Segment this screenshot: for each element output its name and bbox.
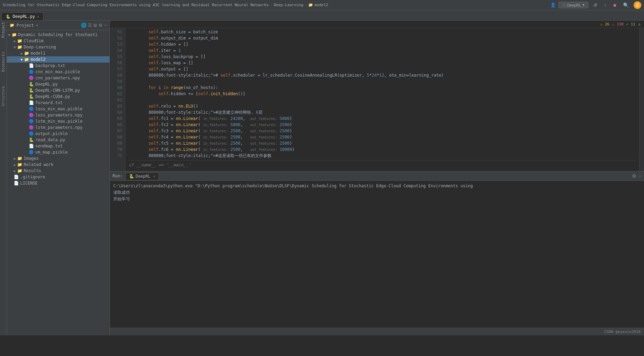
tree-item-deep-learning[interactable]: ▼ 📁 Deep-Learning [7,44,110,50]
run-minus-button[interactable]: − [639,173,641,179]
tree-item-cloudsim[interactable]: ▶ 📁 CloudSim [7,38,110,44]
tree-item-cnn-pickle[interactable]: 🔵 cnn_min_max.pickle [7,69,110,75]
breadcrumb: Scheduling for Stochastic Edge-Cloud Com… [3,3,548,7]
tree-item-sendmap[interactable]: 📄 sendmap.txt [7,143,110,149]
line-number: 60 [110,85,122,91]
line-number: 63 [110,103,122,109]
sidebar-gear-button[interactable]: ⚙ [99,23,103,28]
pickle-icon-2: 🔵 [29,107,34,111]
tree-item-gitignore[interactable]: 📄 .gitignore [7,174,110,180]
model1-folder-icon: 📁 [24,51,29,56]
tree-item-lstm-npy[interactable]: 🟣 lstm_parameters.npy [7,124,110,131]
line-number: 68 [110,134,122,140]
run-tab-close-icon[interactable]: ✕ [153,174,155,178]
code-line: self.fc1 = nn.Linear( in_features: 24200… [129,115,636,122]
images-folder-icon: 📁 [17,156,22,161]
tree-item-model1[interactable]: ▶ 📁 model1 [7,50,110,56]
root-folder-icon: 📁 [12,32,17,37]
project-label: Project [16,23,34,28]
tree-item-results[interactable]: ▶ 📁 Results [7,168,110,174]
python-file-icon: 🐍 [6,14,11,19]
tree-item-deeprl-cuda[interactable]: 🐍 DeepRL-CUDA.py [7,93,110,100]
scrollbar-gutter[interactable] [639,28,644,171]
code-line: self.relu = nn.ELU() [129,103,636,109]
code-line [129,78,636,85]
run-toolbar: ⚙ − [632,173,641,179]
branch-icon: ⬡ [562,3,566,7]
code-editor[interactable]: self.batch_size = batch_size self.output… [125,28,639,171]
close-tab-icon[interactable]: ✕ [37,15,39,19]
deeprl-cuda-label: DeepRL-CUDA.py [35,94,70,99]
forward-label: forward.txt [35,100,62,105]
deep-learning-label: Deep-Learning [24,45,56,49]
stop-button[interactable]: ■ [611,2,618,9]
code-line [129,97,636,103]
collapse-button[interactable]: ∧ [638,22,641,27]
txt-icon-2: 📄 [29,100,34,105]
sidebar-list-button[interactable]: ☰ [88,23,92,28]
tree-item-loss-npy[interactable]: 🟣 loss_parameters.npy [7,112,110,118]
tree-item-license[interactable]: 📄 LICENSE [7,180,110,186]
search-button[interactable]: 🔍 [621,2,631,9]
tree-root[interactable]: ▼ 📁 Dynamic Scheduling for Stochasti [7,32,110,38]
line-number: 54 [110,47,122,54]
tree-item-model2[interactable]: ▼ 📁 model2 [7,56,110,63]
line-number: 53 [110,41,122,47]
tree-item-read-data[interactable]: 🐍 read_data.py [7,137,110,143]
tree-item-output-pickle[interactable]: 🔵 output.pickle [7,131,110,137]
tree-item-deeprl-py[interactable]: 🐍 DeepRL.py [7,81,110,87]
avatar[interactable]: Z [634,1,641,9]
cloudsim-folder-icon: 📁 [17,38,22,43]
line-number: 51 [110,29,122,35]
sidebar-minus-button[interactable]: − [104,23,107,28]
deeprl-branch-button[interactable]: ⬡ DeepRL ▾ [559,2,588,8]
run-tab-deeprl[interactable]: 🐍 DeepRL ✕ [125,173,159,180]
code-line: for i in range(no_of_hosts): [129,85,636,91]
dropdown-arrow-icon: ▾ [36,23,38,28]
expand-arrow-icon: ▼ [8,33,10,37]
py-icon-3: 🐍 [29,94,34,99]
update-button[interactable]: ↑ [602,2,609,9]
tree-item-related-work[interactable]: ▶ 📁 Related work [7,162,110,168]
gitignore-label: .gitignore [20,175,45,179]
sidebar-cols-button[interactable]: ⊞ [93,23,97,28]
bookmarks-panel-label[interactable]: Bookmarks [1,52,5,72]
deeprl-cnn-label: DeepRL-CNN-LSTM.py [35,88,80,93]
tree-item-cnn-npy[interactable]: 🟣 cnn_parameters.npy [7,75,110,81]
model2-label: model2 [31,57,45,62]
line-numbers: 5152535455565758596061626364656667686970… [110,28,125,171]
statusbar-text: CSDN @eyexin2018 [604,330,641,334]
py-icon: 🐍 [29,82,34,87]
code-line: 808080;font-style:italic;">#这里读取一些已有的文件参… [129,153,636,159]
tree-item-lstm-pickle[interactable]: 🔵 lstm_min_max.pickle [7,118,110,124]
line-number: 64 [110,109,122,115]
structure-panel-label[interactable]: Structure [1,86,5,107]
project-panel-label[interactable]: Project [1,22,5,38]
npy-icon: 🟣 [29,76,34,80]
ok-count: ✓ 11 [626,22,635,26]
pickle-icon: 🔵 [29,69,34,74]
tab-deeprl[interactable]: 🐍 DeepRL.py ✕ [1,12,44,20]
refresh-button[interactable]: ↺ [591,2,599,9]
sidebar-globe-button[interactable]: 🌐 [81,23,87,28]
error-count: ⚠ 130 [612,22,623,26]
dropdown-arrow-icon: ▾ [583,3,585,7]
code-line: self.output = [] [129,66,636,72]
txt-icon: 📄 [29,63,34,68]
console-output: C:\Users\zl\anaconda3\python.exe "D:\Pyt… [110,181,644,328]
code-line: self.output_dim = output_dim [129,35,636,41]
code-line: self.hidden = [] [129,41,636,47]
pickle-icon-5: 🔵 [29,150,34,155]
tree-item-deeprl-cnn[interactable]: 🐍 DeepRL-CNN-LSTM.py [7,87,110,93]
line-number: 58 [110,72,122,78]
run-gear-button[interactable]: ⚙ [632,173,636,179]
tree-item-backprop[interactable]: 📄 backprop.txt [7,63,110,69]
tree-item-forward[interactable]: 📄 forward.txt [7,100,110,106]
tree-item-images[interactable]: ▶ 📁 Images [7,155,110,162]
tree-item-loss-pickle[interactable]: 🔵 loss_min_max.pickle [7,106,110,112]
tree-item-vm-map[interactable]: 🔵 vm_map.pickle [7,149,110,155]
breadcrumb-folder: Deep-Learning [274,3,303,7]
code-line: self.loss_backprop = [] [129,54,636,60]
related-work-folder-icon: 📁 [17,162,22,167]
license-icon: 📄 [14,181,19,186]
